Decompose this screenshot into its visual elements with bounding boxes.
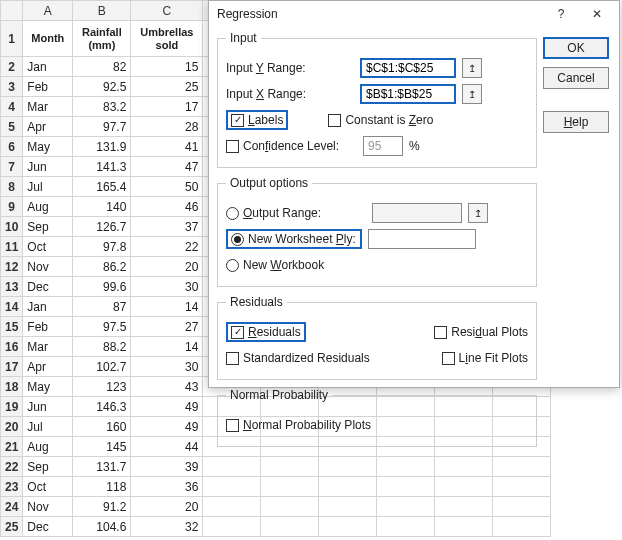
cell[interactable]: Oct [23, 477, 73, 497]
cell[interactable]: May [23, 377, 73, 397]
new-workbook-radio[interactable]: New Workbook [226, 258, 324, 272]
cell[interactable] [377, 517, 435, 537]
cell[interactable] [493, 497, 551, 517]
y-range-input[interactable] [360, 58, 456, 78]
ok-button[interactable]: OK [543, 37, 609, 59]
cell[interactable]: 123 [73, 377, 131, 397]
row-header[interactable]: 13 [1, 277, 23, 297]
cell[interactable] [493, 457, 551, 477]
normal-prob-checkbox[interactable]: Normal Probability Plots [226, 418, 371, 432]
cell[interactable]: Rainfall (mm) [73, 21, 131, 57]
row-header[interactable]: 21 [1, 437, 23, 457]
new-worksheet-input[interactable] [368, 229, 476, 249]
collapse-range-icon[interactable]: ↥ [468, 203, 488, 223]
row-header[interactable]: 5 [1, 117, 23, 137]
cell[interactable]: Nov [23, 497, 73, 517]
cell[interactable]: Month [23, 21, 73, 57]
row-header[interactable]: 2 [1, 57, 23, 77]
row-header[interactable]: 23 [1, 477, 23, 497]
help-button[interactable]: Help [543, 111, 609, 133]
cell[interactable] [261, 477, 319, 497]
cell[interactable]: Jan [23, 297, 73, 317]
cell[interactable]: 14 [131, 337, 203, 357]
cell[interactable]: Umbrellas sold [131, 21, 203, 57]
cell[interactable]: 141.3 [73, 157, 131, 177]
residual-plots-checkbox[interactable]: Residual Plots [434, 325, 528, 339]
constant-zero-checkbox[interactable]: Constant is Zero [328, 113, 433, 127]
cell[interactable]: Jul [23, 417, 73, 437]
cell[interactable]: 20 [131, 257, 203, 277]
cell[interactable] [493, 517, 551, 537]
cell[interactable]: 145 [73, 437, 131, 457]
cell[interactable]: 131.9 [73, 137, 131, 157]
cell[interactable] [377, 497, 435, 517]
col-header-B[interactable]: B [73, 1, 131, 21]
cell[interactable]: 27 [131, 317, 203, 337]
row-header[interactable]: 8 [1, 177, 23, 197]
row-header[interactable]: 17 [1, 357, 23, 377]
cell[interactable]: Feb [23, 317, 73, 337]
cell[interactable]: 15 [131, 57, 203, 77]
select-all-corner[interactable] [1, 1, 23, 21]
row-header[interactable]: 11 [1, 237, 23, 257]
row-header[interactable]: 4 [1, 97, 23, 117]
cell[interactable]: Jan [23, 57, 73, 77]
row-header[interactable]: 25 [1, 517, 23, 537]
cell[interactable]: 97.8 [73, 237, 131, 257]
cell[interactable]: 140 [73, 197, 131, 217]
cell[interactable]: 37 [131, 217, 203, 237]
row-header[interactable]: 20 [1, 417, 23, 437]
row-header[interactable]: 18 [1, 377, 23, 397]
cell[interactable]: 87 [73, 297, 131, 317]
std-residuals-checkbox[interactable]: Standardized Residuals [226, 351, 370, 365]
cell[interactable]: 50 [131, 177, 203, 197]
cell[interactable] [319, 457, 377, 477]
cell[interactable]: 91.2 [73, 497, 131, 517]
row-header[interactable]: 19 [1, 397, 23, 417]
row-header[interactable]: 15 [1, 317, 23, 337]
x-range-input[interactable] [360, 84, 456, 104]
cell[interactable]: Jun [23, 157, 73, 177]
cell[interactable]: Nov [23, 257, 73, 277]
cell[interactable]: 86.2 [73, 257, 131, 277]
cell[interactable]: Dec [23, 517, 73, 537]
cell[interactable]: Aug [23, 437, 73, 457]
collapse-range-icon[interactable]: ↥ [462, 84, 482, 104]
row-header[interactable]: 7 [1, 157, 23, 177]
cell[interactable]: 47 [131, 157, 203, 177]
cell[interactable]: 102.7 [73, 357, 131, 377]
cell[interactable]: 83.2 [73, 97, 131, 117]
cell[interactable] [203, 477, 261, 497]
cell[interactable]: Sep [23, 217, 73, 237]
cell[interactable]: 126.7 [73, 217, 131, 237]
cell[interactable] [261, 497, 319, 517]
cell[interactable]: 49 [131, 417, 203, 437]
cell[interactable]: Apr [23, 117, 73, 137]
cell[interactable]: 160 [73, 417, 131, 437]
col-header-C[interactable]: C [131, 1, 203, 21]
cell[interactable]: 22 [131, 237, 203, 257]
row-header[interactable]: 3 [1, 77, 23, 97]
cell[interactable]: 146.3 [73, 397, 131, 417]
residuals-checkbox[interactable]: Residuals [226, 322, 306, 342]
cell[interactable]: Aug [23, 197, 73, 217]
cell[interactable] [203, 517, 261, 537]
cell[interactable]: 32 [131, 517, 203, 537]
cell[interactable]: 44 [131, 437, 203, 457]
cell[interactable]: 36 [131, 477, 203, 497]
cell[interactable]: 82 [73, 57, 131, 77]
labels-checkbox[interactable]: Labels [226, 110, 288, 130]
cell[interactable] [261, 517, 319, 537]
cell[interactable]: Dec [23, 277, 73, 297]
cell[interactable] [435, 457, 493, 477]
cell[interactable] [203, 497, 261, 517]
cell[interactable] [203, 457, 261, 477]
row-header[interactable]: 24 [1, 497, 23, 517]
cell[interactable]: 97.7 [73, 117, 131, 137]
cell[interactable]: Oct [23, 237, 73, 257]
line-fit-plots-checkbox[interactable]: Line Fit Plots [442, 351, 528, 365]
cell[interactable]: 25 [131, 77, 203, 97]
cell[interactable]: Mar [23, 97, 73, 117]
cell[interactable] [319, 497, 377, 517]
cell[interactable]: 46 [131, 197, 203, 217]
